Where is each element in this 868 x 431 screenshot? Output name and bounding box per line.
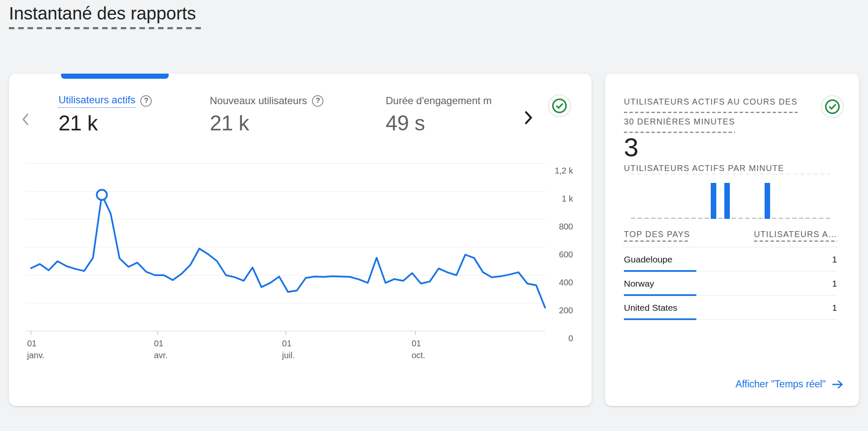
svg-text:oct.: oct. <box>412 351 425 360</box>
country-users-value: 1 <box>832 279 837 289</box>
svg-text:juil.: juil. <box>282 351 295 360</box>
country-name: Guadeloupe <box>624 254 672 265</box>
minute-empty-dash <box>704 218 709 219</box>
minute-bar <box>724 183 730 219</box>
minute-empty-dash <box>718 218 723 219</box>
country-share-bar <box>624 318 696 320</box>
minute-empty-dash <box>651 218 656 219</box>
page-title: Instantané des rapports <box>9 3 196 24</box>
data-quality-badge[interactable] <box>821 95 844 120</box>
minute-empty-dash <box>644 218 649 219</box>
arrow-right-icon <box>832 379 843 390</box>
svg-text:01: 01 <box>27 339 36 348</box>
column-header-country: TOP DES PAYS <box>624 229 690 242</box>
minute-empty-dash <box>732 218 736 219</box>
view-realtime-link[interactable]: Afficher "Temps réel" <box>735 379 843 390</box>
minute-empty-dash <box>792 218 797 219</box>
svg-text:avr.: avr. <box>154 351 167 360</box>
minute-bar <box>765 183 770 219</box>
page-title-dashed-underline <box>9 27 201 29</box>
svg-text:1 k: 1 k <box>562 194 573 203</box>
check-circle-icon <box>821 95 844 118</box>
country-name: United States <box>624 303 677 313</box>
svg-text:400: 400 <box>559 278 573 287</box>
minute-empty-dash <box>657 218 662 219</box>
country-row: Guadeloupe1 <box>624 247 837 271</box>
svg-text:0: 0 <box>568 334 573 343</box>
country-row: United States1 <box>624 296 837 320</box>
active-users-trend-chart: 1,2 k1 k800600400200001janv.01avr.01juil… <box>9 74 592 379</box>
minute-empty-dash <box>637 218 642 219</box>
minute-empty-dash <box>779 218 783 219</box>
minute-empty-dash <box>738 218 743 219</box>
svg-text:600: 600 <box>559 250 573 259</box>
svg-text:01: 01 <box>282 339 292 348</box>
minute-empty-dash <box>805 218 810 219</box>
minute-empty-dash <box>799 218 804 219</box>
country-users-value: 1 <box>832 303 837 313</box>
country-users-value: 1 <box>832 254 837 265</box>
minute-chart-maxline <box>631 174 830 174</box>
minute-empty-dash <box>698 218 703 219</box>
minute-empty-dash <box>691 218 696 219</box>
minute-empty-dash <box>684 218 689 219</box>
svg-text:800: 800 <box>559 222 573 231</box>
top-countries-table: TOP DES PAYS UTILISATEURS A… Guadeloupe1… <box>624 229 837 320</box>
svg-text:1,2 k: 1,2 k <box>555 166 573 175</box>
minute-empty-dash <box>631 218 635 219</box>
svg-text:01: 01 <box>154 339 163 348</box>
svg-text:01: 01 <box>412 339 421 348</box>
minute-empty-dash <box>812 218 817 219</box>
realtime-title-line2: 30 DERNIÈRES MINUTES <box>624 113 735 133</box>
minute-empty-dash <box>772 218 776 219</box>
column-header-users: UTILISATEURS A… <box>754 229 837 242</box>
country-row: Norway1 <box>624 271 837 296</box>
svg-text:janv.: janv. <box>27 351 45 360</box>
minute-empty-dash <box>758 218 763 219</box>
minute-empty-dash <box>785 218 790 219</box>
reports-snapshot-page: Instantané des rapports Utilisateurs act… <box>0 0 868 431</box>
minute-empty-dash <box>671 218 676 219</box>
minute-empty-dash <box>752 218 757 219</box>
minute-empty-dash <box>678 218 682 219</box>
svg-text:200: 200 <box>559 306 573 315</box>
minute-empty-dash <box>826 218 830 219</box>
realtime-title: UTILISATEURS ACTIFS AU COURS DES 30 DERN… <box>624 93 798 133</box>
view-realtime-label: Afficher "Temps réel" <box>735 379 826 390</box>
overview-card: Utilisateurs actifs 21 k Nouveaux utilis… <box>9 74 592 406</box>
realtime-title-line1: UTILISATEURS ACTIFS AU COURS DES <box>624 93 798 113</box>
country-name: Norway <box>624 279 654 289</box>
minute-empty-dash <box>664 218 669 219</box>
top-countries-rows: Guadeloupe1Norway1United States1 <box>624 247 837 320</box>
minute-empty-dash <box>819 218 823 219</box>
active-users-count: 3 <box>624 132 638 162</box>
minute-bar <box>711 183 716 219</box>
users-per-minute-chart <box>631 172 830 219</box>
minute-empty-dash <box>745 218 750 219</box>
realtime-card: UTILISATEURS ACTIFS AU COURS DES 30 DERN… <box>605 74 859 406</box>
